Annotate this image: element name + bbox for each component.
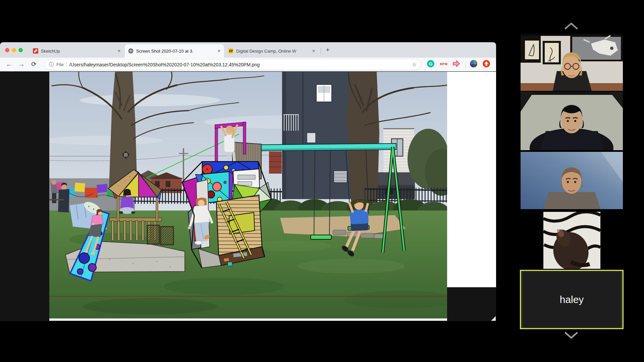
tab-digital-design-camp[interactable]: Digital Design Camp, Online W ✕	[225, 44, 319, 58]
browser-window: SketchUp ✕ Screen Shot 2020-07-10 at 3. …	[0, 42, 496, 321]
reload-icon[interactable]: ⟳	[29, 60, 39, 69]
zoom-meeting-window: SketchUp ✕ Screen Shot 2020-07-10 at 3. …	[0, 0, 644, 362]
grammarly-icon: G	[427, 60, 434, 67]
tab-label: Digital Design Camp, Online W	[236, 49, 309, 54]
tab-close-icon[interactable]: ✕	[117, 49, 121, 53]
tab-close-icon[interactable]: ✕	[312, 49, 315, 53]
participant-video	[521, 92, 623, 150]
grammarly-extension-button[interactable]: G	[426, 59, 435, 68]
bookmark-star-icon[interactable]: ☆	[412, 61, 417, 68]
image-white-margin	[447, 72, 496, 287]
participant-tile-3[interactable]	[521, 152, 623, 209]
red-updater-icon	[482, 60, 490, 68]
profile-avatar[interactable]	[469, 59, 478, 68]
globe-icon	[128, 48, 133, 54]
scroll-participants-down-button[interactable]	[563, 331, 580, 340]
resize-grip-icon	[491, 316, 496, 321]
avatar-icon	[470, 60, 478, 68]
file-scheme-label: File	[56, 62, 64, 67]
forward-icon[interactable]: →	[17, 60, 26, 69]
new-tab-button[interactable]: +	[323, 46, 332, 54]
tab-label: Screen Shot 2020-07-10 at 3.	[136, 49, 215, 54]
participant-tile-4[interactable]	[521, 212, 623, 269]
pink-arrow-icon	[452, 60, 460, 67]
tab-separator	[321, 48, 321, 54]
bpm-icon: BPM	[440, 62, 448, 66]
bpm-extension-button[interactable]: BPM	[438, 59, 449, 68]
pink-arrow-extension-button[interactable]	[451, 59, 461, 68]
scroll-participants-up-button[interactable]	[563, 21, 580, 30]
participant-name-label: haley	[560, 294, 584, 305]
browser-content-area	[0, 71, 496, 321]
participant-video	[521, 34, 623, 91]
shared-image-playground	[49, 72, 447, 318]
sketchup-icon	[33, 48, 38, 54]
back-icon[interactable]: ←	[4, 60, 14, 69]
window-minimize-button[interactable]	[12, 48, 16, 52]
participant-video	[521, 212, 623, 269]
tab-close-icon[interactable]: ✕	[217, 49, 221, 53]
tab-screenshot-active[interactable]: Screen Shot 2020-07-10 at 3. ✕	[125, 44, 224, 58]
participant-tile-1[interactable]	[521, 34, 623, 91]
tab-label: SketchUp	[41, 49, 115, 54]
participant-tile-2[interactable]	[521, 92, 623, 150]
toolbar-separator	[466, 61, 466, 68]
tab-sketchup[interactable]: SketchUp ✕	[30, 44, 124, 58]
browser-toolbar: ← → ⟳ ⓘ File /Users/haleymaser/Desktop/S…	[0, 58, 496, 71]
window-zoom-button[interactable]	[18, 48, 23, 52]
red-updater-extension-button[interactable]	[482, 59, 491, 68]
participant-tile-haley[interactable]: haley	[520, 270, 624, 329]
address-bar[interactable]: ⓘ File /Users/haleymaser/Desktop/Screen%…	[45, 59, 421, 70]
omnibox-divider	[66, 62, 67, 68]
participant-video	[521, 152, 623, 209]
url-text: /Users/haleymaser/Desktop/Screen%20Shot%…	[69, 62, 409, 67]
tab-bar: SketchUp ✕ Screen Shot 2020-07-10 at 3. …	[0, 42, 496, 58]
page-info-icon[interactable]: ⓘ	[49, 62, 54, 68]
window-close-button[interactable]	[5, 48, 9, 52]
image-white-strip	[49, 318, 447, 321]
miro-icon	[228, 48, 233, 54]
hatched-railing	[147, 225, 173, 245]
